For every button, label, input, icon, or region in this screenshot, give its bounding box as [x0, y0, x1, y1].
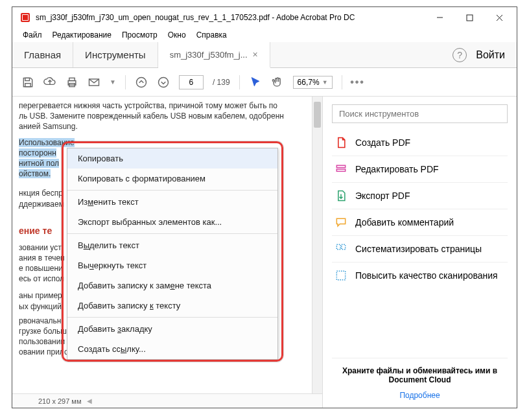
menu-edit[interactable]: Редактирование [49, 29, 115, 41]
scroll-thumb[interactable] [314, 102, 321, 128]
select-cursor-icon[interactable] [249, 76, 262, 89]
menu-help[interactable]: Справка [193, 29, 231, 41]
save-icon[interactable] [21, 76, 34, 89]
text-line: ль USB. Замените поврежденный кабель USB… [19, 111, 314, 121]
create-pdf-icon [335, 136, 347, 149]
close-tab-icon[interactable]: × [253, 49, 258, 60]
tool-export-pdf[interactable]: Экспорт PDF [332, 183, 508, 209]
ctx-create-link[interactable]: Создать ссылку... [67, 339, 277, 359]
context-menu: Копировать Копировать с форматированием … [67, 148, 278, 360]
tab-home[interactable]: Главная [12, 42, 73, 67]
email-icon[interactable] [88, 76, 100, 89]
top-tabs: Главная Инструменты sm_j330f_j530fm_j...… [12, 42, 517, 68]
ctx-edit-text[interactable]: Изменить текст [67, 192, 277, 212]
comment-icon [335, 216, 347, 229]
vertical-scrollbar[interactable] [312, 97, 322, 408]
svg-rect-2 [23, 15, 28, 20]
svg-rect-19 [336, 271, 345, 279]
tool-label: Добавить комментарий [355, 217, 454, 228]
menubar: Файл Редактирование Просмотр Окно Справк… [12, 28, 517, 42]
tool-label: Создать PDF [355, 137, 410, 148]
selected-text: ойством. [19, 169, 51, 178]
svg-rect-15 [336, 165, 345, 167]
zoom-value: 66,7% [298, 78, 320, 87]
text-line: перегревается нижняя часть устройства, п… [19, 100, 314, 111]
separator [342, 75, 342, 89]
text-line: анией Samsung. [19, 121, 314, 132]
close-button[interactable] [484, 8, 514, 27]
page-up-icon[interactable] [135, 76, 148, 89]
cloud-message: Храните файлы и обменивайтесь ими в Docu… [332, 358, 508, 384]
svg-rect-17 [336, 244, 340, 250]
tab-tools[interactable]: Инструменты [73, 42, 158, 67]
selected-text: Использование [19, 138, 75, 147]
maximize-button[interactable] [454, 8, 484, 27]
svg-rect-7 [25, 78, 30, 80]
tab-label: Главная [24, 49, 61, 60]
edit-pdf-icon [335, 163, 347, 176]
cloud-line1: Храните файлы и обменивайтесь ими в [342, 366, 497, 375]
window-title: sm_j330f_j530fm_j730_um_open_nougat_rus_… [36, 13, 425, 22]
tool-organize-pages[interactable]: Систематизировать страницы [332, 236, 508, 262]
tool-create-pdf[interactable]: Создать PDF [332, 130, 508, 156]
svg-rect-18 [342, 244, 346, 250]
titlebar: sm_j330f_j530fm_j730_um_open_nougat_rus_… [12, 7, 517, 28]
svg-rect-4 [467, 15, 473, 21]
tool-comment[interactable]: Добавить комментарий [332, 209, 508, 235]
ctx-copy[interactable]: Копировать [67, 148, 277, 169]
tool-enhance-scan[interactable]: Повысить качество сканирования [332, 262, 508, 288]
tool-label: Повысить качество сканирования [355, 270, 498, 281]
selected-text: нитной пол [19, 159, 59, 168]
tools-pane: Создать PDF Редактировать PDF Экспорт PD… [322, 97, 517, 408]
zoom-selector[interactable]: 66,7% ▼ [293, 76, 333, 89]
toolbar: ▼ / 139 66,7% ▼ ••• [12, 68, 517, 97]
export-pdf-icon [335, 189, 347, 202]
ctx-add-bookmark[interactable]: Добавить закладку [67, 319, 277, 339]
separator [125, 75, 126, 89]
page-number-input[interactable] [179, 75, 204, 89]
tool-label: Экспорт PDF [355, 191, 410, 201]
ctx-export-selection[interactable]: Экспорт выбранных элементов как... [67, 212, 277, 232]
selected-text: посторонн [19, 148, 56, 158]
tab-label: Инструменты [85, 49, 146, 60]
svg-point-14 [158, 77, 168, 87]
login-button[interactable]: Войти [476, 49, 505, 61]
svg-rect-10 [69, 78, 75, 80]
menu-file[interactable]: Файл [19, 29, 46, 41]
tab-label: sm_j330f_j530fm_j... [170, 50, 248, 60]
pdf-icon [20, 12, 30, 23]
cloud-upload-icon[interactable] [43, 76, 56, 89]
ctx-strikethrough-text[interactable]: Вычеркнуть текст [67, 255, 277, 275]
ctx-copy-formatted[interactable]: Копировать с форматированием [67, 169, 277, 189]
page-total: / 139 [213, 78, 230, 87]
svg-rect-8 [25, 83, 30, 86]
separator [239, 75, 240, 89]
more-icon[interactable]: ••• [351, 76, 364, 89]
hand-icon[interactable] [271, 76, 284, 89]
tab-document[interactable]: sm_j330f_j530fm_j... × [158, 42, 270, 68]
tool-label: Редактировать PDF [355, 164, 439, 174]
minimize-button[interactable] [425, 8, 454, 27]
page-down-icon[interactable] [157, 76, 170, 89]
menu-window[interactable]: Окно [164, 29, 190, 41]
ctx-add-note-replace[interactable]: Добавить записку к замене текста [67, 275, 277, 296]
menu-view[interactable]: Просмотр [118, 29, 161, 41]
help-icon[interactable]: ? [453, 48, 467, 62]
ctx-highlight-text[interactable]: Выделить текст [67, 235, 277, 255]
ctx-add-note-text[interactable]: Добавить записку к тексту [67, 296, 277, 316]
organize-icon [335, 242, 347, 255]
chevron-down-icon: ▼ [322, 79, 328, 86]
status-bar: 210 x 297 мм ◀ [12, 393, 322, 408]
print-icon[interactable] [65, 76, 78, 89]
page-dimensions: 210 x 297 мм [38, 397, 82, 405]
svg-rect-16 [336, 169, 345, 171]
tool-edit-pdf[interactable]: Редактировать PDF [332, 156, 508, 182]
chevron-down-icon[interactable]: ▼ [110, 78, 116, 86]
left-icon[interactable]: ◀ [87, 397, 92, 404]
search-tools-input[interactable] [332, 104, 508, 123]
cloud-more-link[interactable]: Подробнее [332, 391, 508, 400]
svg-point-13 [136, 77, 146, 87]
tool-label: Систематизировать страницы [355, 244, 482, 254]
tools-list: Создать PDF Редактировать PDF Экспорт PD… [332, 130, 508, 358]
cloud-line2: Document Cloud [389, 375, 451, 384]
